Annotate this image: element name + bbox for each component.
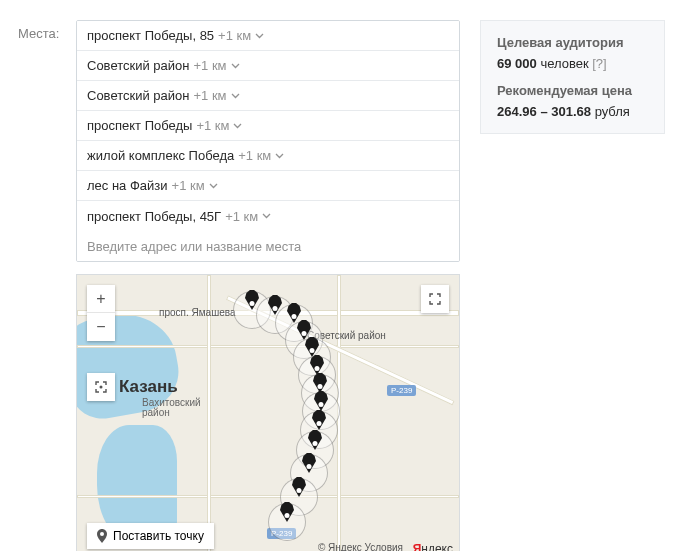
zoom-in-button[interactable]: + — [87, 285, 115, 313]
place-item[interactable]: проспект Победы, 85+1 км — [77, 21, 459, 51]
chevron-down-icon — [231, 63, 240, 69]
help-icon[interactable]: [?] — [592, 56, 606, 71]
chevron-down-icon — [233, 123, 242, 129]
map[interactable]: Казань просп. Ямашева Советский район Ва… — [76, 274, 460, 551]
place-radius: +1 км — [172, 178, 205, 193]
place-name: проспект Победы — [87, 118, 192, 133]
pin-icon — [97, 529, 107, 543]
price-value: 264.96 – 301.68 рубля — [497, 104, 648, 119]
map-attribution: © Яндекс Условия — [318, 542, 403, 551]
place-name: проспект Победы, 85 — [87, 28, 214, 43]
audience-value: 69 000 человек [?] — [497, 56, 648, 71]
place-name: проспект Победы, 45Г — [87, 209, 221, 224]
svg-point-0 — [100, 386, 103, 389]
map-background: Казань просп. Ямашева Советский район Ва… — [77, 275, 459, 551]
place-address-input[interactable] — [77, 231, 459, 261]
route-shield: Р-239 — [387, 385, 416, 396]
chevron-down-icon — [231, 93, 240, 99]
locate-button[interactable] — [87, 373, 115, 401]
place-radius: +1 км — [196, 118, 229, 133]
place-item[interactable]: Советский район+1 км — [77, 81, 459, 111]
audience-title: Целевая аудитория — [497, 35, 648, 50]
yandex-logo: Яндекс — [413, 542, 453, 551]
chevron-down-icon — [209, 183, 218, 189]
zoom-out-button[interactable]: − — [87, 313, 115, 341]
place-item[interactable]: жилой комплекс Победа+1 км — [77, 141, 459, 171]
chevron-down-icon — [255, 33, 264, 39]
map-pin[interactable] — [268, 503, 306, 541]
map-city-label: Казань — [119, 377, 178, 397]
place-item[interactable]: проспект Победы+1 км — [77, 111, 459, 141]
plus-icon: + — [96, 290, 105, 308]
place-item[interactable]: Советский район+1 км — [77, 51, 459, 81]
map-road-label: просп. Ямашева — [159, 307, 236, 318]
place-radius: +1 км — [238, 148, 271, 163]
expand-icon — [429, 293, 441, 305]
locate-icon — [94, 380, 108, 394]
place-radius: +1 км — [225, 209, 258, 224]
place-name: Советский район — [87, 58, 189, 73]
place-radius: +1 км — [193, 58, 226, 73]
chevron-down-icon — [275, 153, 284, 159]
places-list: проспект Победы, 85+1 кмСоветский район+… — [76, 20, 460, 262]
svg-point-1 — [100, 532, 104, 536]
minus-icon: − — [96, 318, 105, 336]
place-name: лес на Файзи — [87, 178, 168, 193]
place-name: жилой комплекс Победа — [87, 148, 234, 163]
place-name: Советский район — [87, 88, 189, 103]
map-district-label-2b: район — [142, 407, 170, 418]
place-radius: +1 км — [193, 88, 226, 103]
places-label: Места: — [18, 20, 64, 551]
terms-link[interactable]: Условия — [364, 542, 403, 551]
place-radius: +1 км — [218, 28, 251, 43]
zoom-controls: + − — [87, 285, 115, 341]
place-item[interactable]: проспект Победы, 45Г+1 км — [77, 201, 459, 231]
stats-sidebar: Целевая аудитория 69 000 человек [?] Рек… — [480, 20, 665, 134]
chevron-down-icon — [262, 213, 271, 219]
add-point-label: Поставить точку — [113, 529, 204, 543]
fullscreen-button[interactable] — [421, 285, 449, 313]
price-title: Рекомендуемая цена — [497, 83, 648, 98]
add-point-button[interactable]: Поставить точку — [87, 523, 214, 549]
place-item[interactable]: лес на Файзи+1 км — [77, 171, 459, 201]
